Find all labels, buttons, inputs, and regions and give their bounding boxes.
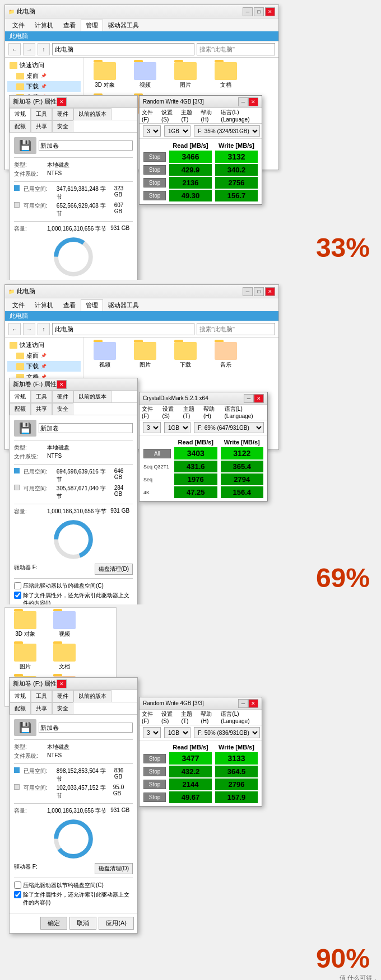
cdm-close-1[interactable]: ✕ — [248, 97, 258, 106]
cdm-count-3[interactable]: 3 — [143, 727, 161, 738]
prop-tab-share-1[interactable]: 共享 — [31, 120, 52, 132]
drive-name-input-3[interactable] — [39, 723, 133, 733]
sidebar-desktop-2[interactable]: 桌面 📌 — [7, 350, 81, 361]
cancel-btn-3[interactable]: 取消 — [69, 917, 96, 930]
stop-btn-1-3[interactable]: Stop — [143, 767, 166, 776]
cdm-size-3[interactable]: 1GB — [164, 727, 190, 738]
drive-name-input-2[interactable] — [39, 423, 133, 433]
tab-view-1[interactable]: 查看 — [58, 20, 81, 31]
prop-tab-tool-1[interactable]: 工具 — [31, 108, 52, 120]
cdm-size-1[interactable]: 1GB — [164, 125, 190, 137]
stop-btn-0-3[interactable]: Stop — [143, 754, 166, 763]
cdm-menu-lang-2[interactable]: 语言(L)(Language) — [225, 405, 266, 419]
file-docs-3[interactable]: 文档 — [48, 644, 81, 670]
sidebar-item-downloads-1[interactable]: 下载 📌 — [7, 81, 81, 92]
disk-cleanup-btn-2[interactable]: 磁盘清理(D) — [95, 564, 133, 575]
cdm-drive-3[interactable]: F: 50% (836/931GB) — [194, 727, 260, 738]
cdm-drive-1[interactable]: F: 35% (324/931GB) — [194, 125, 260, 137]
prop-tab-quota-2[interactable]: 配额 — [10, 403, 31, 415]
file-item-pics2-1[interactable]: 图片 — [169, 62, 202, 89]
cdm-menu-file-1[interactable]: 文件(F) — [142, 109, 157, 123]
prop-tab-sec-3[interactable]: 安全 — [52, 702, 73, 714]
prop-tab-prev-2[interactable]: 以前的版本 — [73, 391, 111, 402]
cdm-menu-help-2[interactable]: 帮助(H) — [203, 405, 220, 419]
tab-drive-tools-2[interactable]: 驱动器工具 — [103, 299, 144, 311]
cdm-drive-2[interactable]: F: 69% (647/931GB) — [194, 422, 264, 433]
minimize-btn-2[interactable]: ─ — [243, 287, 253, 296]
cdm-close-3[interactable]: ✕ — [248, 699, 258, 708]
cdm-min-2[interactable]: ─ — [244, 394, 254, 403]
compress-check-2[interactable] — [14, 582, 21, 589]
file-video-3[interactable]: 视频 — [48, 611, 81, 638]
prop-tab-general-1[interactable]: 常规 — [10, 108, 31, 120]
tab-manage-1[interactable]: 管理 — [81, 20, 103, 31]
up-btn-1[interactable]: ↑ — [38, 43, 50, 55]
apply-btn-3[interactable]: 应用(A) — [99, 917, 134, 930]
file-item-docs2-1[interactable]: 文档 — [209, 62, 243, 89]
prop-tab-gen-3[interactable]: 常规 — [10, 690, 31, 702]
prop-tab-share-3[interactable]: 共享 — [31, 702, 52, 714]
disk-cleanup-btn-3[interactable]: 磁盘清理(D) — [95, 863, 133, 874]
up-btn-2[interactable]: ↑ — [38, 323, 50, 335]
compress-check-3[interactable] — [14, 881, 21, 889]
maximize-btn-1[interactable]: □ — [254, 7, 264, 16]
address-input-1[interactable] — [52, 43, 194, 55]
ok-btn-3[interactable]: 确定 — [40, 917, 67, 930]
close-btn-2[interactable]: ✕ — [265, 287, 275, 296]
cdm-menu-set-2[interactable]: 设置(S) — [162, 405, 179, 419]
forward-btn-2[interactable]: → — [23, 323, 35, 335]
cdm-menu-set-3[interactable]: 设置(S) — [161, 710, 176, 724]
prop-tab-prev-3[interactable]: 以前的版本 — [73, 690, 111, 702]
minimize-btn-1[interactable]: ─ — [243, 7, 253, 16]
tab-drive-tools-1[interactable]: 驱动器工具 — [103, 20, 144, 31]
cdm-min-3[interactable]: ─ — [238, 699, 248, 708]
prop-tab-hw-2[interactable]: 硬件 — [52, 391, 73, 402]
file-item-video-2[interactable]: 视频 — [88, 342, 122, 369]
cdm-menu-theme-3[interactable]: 主题(T) — [181, 710, 196, 724]
prop-tab-hw-1[interactable]: 硬件 — [52, 108, 73, 120]
address-input-2[interactable] — [52, 323, 194, 335]
cdm-size-2[interactable]: 1GB — [164, 422, 190, 433]
prop-tab-prev-1[interactable]: 以前的版本 — [73, 108, 111, 120]
drive-name-input-1[interactable] — [39, 140, 133, 151]
index-check-2[interactable] — [14, 592, 21, 599]
cdm-menu-lang-3[interactable]: 语言(L)(Language) — [221, 710, 259, 724]
prop-close-3[interactable]: ✕ — [57, 679, 67, 688]
tab-file-1[interactable]: 文件 — [7, 20, 30, 31]
back-btn-1[interactable]: ← — [8, 43, 21, 55]
stop-btn-3-1[interactable]: Stop — [143, 191, 166, 200]
prop-close-2[interactable]: ✕ — [57, 380, 67, 389]
cdm-menu-help-3[interactable]: 帮助(H) — [201, 710, 216, 724]
cdm-menu-lang-1[interactable]: 语言(L)(Language) — [221, 109, 259, 123]
file-item-video-1[interactable]: 视频 — [128, 62, 162, 89]
cdm-menu-help-1[interactable]: 帮助(H) — [201, 109, 216, 123]
prop-close-1[interactable]: ✕ — [57, 97, 67, 106]
file-item-music-2[interactable]: 音乐 — [209, 342, 243, 369]
stop-btn-2-1[interactable]: Stop — [143, 178, 166, 187]
tab-manage-2[interactable]: 管理 — [81, 299, 103, 311]
prop-tab-tool-2[interactable]: 工具 — [31, 391, 52, 402]
search-input-1[interactable] — [197, 43, 275, 55]
prop-tab-hw-3[interactable]: 硬件 — [52, 690, 73, 702]
prop-tab-sec-1[interactable]: 安全 — [52, 120, 73, 132]
close-btn-1[interactable]: ✕ — [265, 7, 275, 16]
back-btn-2[interactable]: ← — [8, 323, 21, 335]
stop-btn-3-3[interactable]: Stop — [143, 793, 166, 802]
all-btn-2[interactable]: All — [143, 449, 171, 458]
tab-computer-2[interactable]: 计算机 — [30, 299, 58, 311]
file-3d-3[interactable]: 3D 对象 — [8, 611, 42, 638]
cdm-min-1[interactable]: ─ — [238, 97, 248, 106]
cdm-menu-theme-2[interactable]: 主题(T) — [183, 405, 199, 419]
prop-tab-quota-1[interactable]: 配额 — [10, 120, 31, 132]
stop-btn-1-1[interactable]: Stop — [143, 165, 166, 175]
sidebar-quick-2[interactable]: 快速访问 — [7, 340, 81, 350]
cdm-count-2[interactable]: 3 — [143, 422, 161, 433]
sidebar-item-quick-access-1[interactable]: 快速访问 — [7, 60, 81, 71]
prop-tab-gen-2[interactable]: 常规 — [10, 391, 31, 403]
cdm-menu-theme-1[interactable]: 主题(T) — [181, 109, 196, 123]
prop-tab-tool-3[interactable]: 工具 — [31, 690, 52, 702]
sidebar-item-desktop-1[interactable]: 桌面 📌 — [7, 71, 81, 81]
cdm-close-2[interactable]: ✕ — [254, 394, 264, 403]
file-item-dl-2[interactable]: 下载 — [169, 342, 202, 369]
index-check-3[interactable] — [14, 891, 21, 898]
